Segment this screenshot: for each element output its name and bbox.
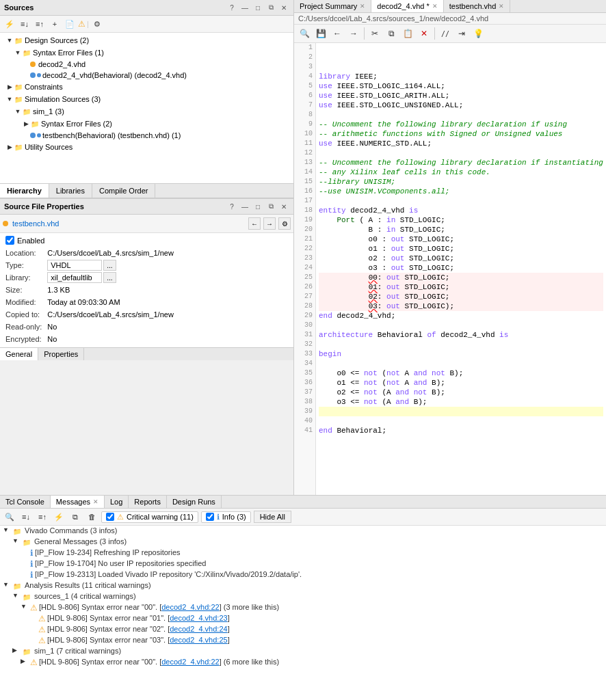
- settings-btn[interactable]: ⚙: [90, 17, 104, 31]
- editor-search-btn[interactable]: 🔍: [297, 26, 312, 41]
- sources-close-icon[interactable]: ✕: [278, 2, 289, 13]
- msg-ip-flow-1-text: [IP_Flow 19-234] Refreshing IP repositor…: [35, 548, 603, 556]
- editor-cut-btn[interactable]: ✂: [367, 26, 382, 41]
- tab-hierarchy[interactable]: Hierarchy: [0, 184, 49, 198]
- file-btn[interactable]: 📄: [63, 17, 77, 31]
- msg-expand-general[interactable]: ▼: [12, 537, 21, 544]
- tab-libraries[interactable]: Libraries: [49, 184, 92, 198]
- sfp-settings-btn[interactable]: ⚙: [278, 217, 291, 230]
- collapse-all-btn[interactable]: ≡↑: [33, 17, 47, 31]
- sources-maximize-icon[interactable]: □: [252, 2, 263, 13]
- folder-icon-analysis: 📁: [12, 581, 22, 591]
- editor-tab-decod2-4-vhd[interactable]: decod2_4.vhd * ✕: [371, 0, 443, 12]
- editor-paste-btn[interactable]: 📋: [400, 26, 415, 41]
- msg-expand-hdl-806-00[interactable]: ▼: [21, 603, 29, 610]
- tab-compile-order[interactable]: Compile Order: [92, 184, 156, 198]
- sources-float-icon[interactable]: ⧉: [265, 2, 276, 13]
- sfp-back-btn[interactable]: ←: [248, 217, 261, 230]
- console-expand-btn[interactable]: ≡↓: [19, 510, 33, 524]
- console-info-checkbox[interactable]: [206, 513, 214, 521]
- sfp-library-input[interactable]: [47, 272, 102, 283]
- add-source-btn[interactable]: +: [48, 17, 62, 31]
- msg-expand-vivado[interactable]: ▼: [3, 526, 11, 533]
- code-line-38: o3 <= not (A and B);: [319, 397, 603, 407]
- editor-copy-btn[interactable]: ⧉: [384, 26, 399, 41]
- msg-warn-icon-3: ⚠: [38, 625, 46, 634]
- expand-sim-1[interactable]: ▼: [14, 108, 22, 115]
- console-filter-btn[interactable]: ⚡: [52, 510, 66, 524]
- sfp-close-icon[interactable]: ✕: [278, 201, 289, 212]
- code-area[interactable]: 1 2 3 4 5 6 7 8 9 10 11 12 13 14 15 16 1: [294, 43, 606, 495]
- kw-not-3: not: [432, 368, 445, 378]
- msg-hdl-806-01-link[interactable]: decod2_4.vhd:23: [170, 614, 227, 622]
- msg-hdl-806-00-link[interactable]: decod2_4.vhd:22: [161, 603, 219, 611]
- left-panel: Sources ? — □ ⧉ ✕ ⚡ ≡↓ ≡↑ + 📄: [0, 0, 294, 495]
- console-tab-design-runs[interactable]: Design Runs: [167, 496, 222, 508]
- expand-all-btn[interactable]: ≡↓: [18, 17, 31, 31]
- msg-hdl-806-03-link[interactable]: decod2_4.vhd:25: [170, 636, 227, 644]
- sfp-enabled-checkbox[interactable]: [5, 236, 14, 245]
- msg-expand-analysis[interactable]: ▼: [3, 581, 11, 588]
- testbench-label: testbench(Behavioral) (testbench.vhd) (1…: [42, 131, 181, 139]
- console-warning-checkbox[interactable]: [106, 513, 114, 521]
- console-search-btn[interactable]: 🔍: [3, 510, 16, 524]
- editor-comment-btn[interactable]: //: [438, 26, 453, 41]
- sfp-size-value: 1.3 KB: [47, 284, 288, 295]
- filter-btn[interactable]: ⚡: [3, 17, 16, 31]
- console-tab-messages-close[interactable]: ✕: [93, 498, 98, 505]
- code-line-8: [319, 110, 603, 120]
- editor-tab-project-summary-close[interactable]: ✕: [360, 3, 365, 10]
- sfp-question-icon[interactable]: ?: [226, 201, 237, 212]
- sfp-tab-general[interactable]: General: [0, 348, 38, 360]
- msg-expand-hdl-806-sim[interactable]: ▶: [21, 658, 29, 664]
- sources-question-icon[interactable]: ?: [226, 2, 237, 13]
- msg-hdl-806-02-link[interactable]: decod2_4.vhd:24: [170, 625, 227, 633]
- console-tab-reports[interactable]: Reports: [129, 496, 167, 508]
- sources-minimize-icon[interactable]: —: [239, 2, 250, 13]
- sfp-type-browse-btn[interactable]: ...: [103, 260, 116, 271]
- editor-delete-btn[interactable]: ✕: [417, 26, 432, 41]
- editor-save-btn[interactable]: 💾: [313, 26, 328, 41]
- expand-syntax-error-files-2[interactable]: ▶: [22, 120, 30, 127]
- console-copy-btn[interactable]: ⧉: [68, 510, 82, 524]
- editor-forward-btn[interactable]: →: [346, 26, 361, 41]
- sources-toolbar: ⚡ ≡↓ ≡↑ + 📄 ⚠ | ⚙: [0, 16, 293, 33]
- kw-not-8: not: [364, 397, 378, 407]
- editor-back-btn[interactable]: ←: [330, 26, 345, 41]
- kw-library: library: [319, 72, 350, 81]
- console-delete-btn[interactable]: 🗑: [85, 510, 98, 524]
- msg-hdl-806-sim-link[interactable]: decod2_4.vhd:22: [161, 658, 219, 666]
- expand-utility-sources[interactable]: ▶: [5, 144, 14, 150]
- editor-info-btn[interactable]: 💡: [471, 26, 486, 41]
- dot-blue-small-testbench: [37, 133, 41, 137]
- kw-end-2: end: [319, 426, 332, 435]
- expand-simulation-sources[interactable]: ▼: [5, 96, 14, 103]
- msg-hdl-806-03: ⚠ [HDL 9-806] Syntax error near "03". [d…: [0, 635, 606, 646]
- code-content[interactable]: library IEEE; use IEEE.STD_LOGIC_1164.AL…: [316, 43, 606, 495]
- sfp-forward-btn[interactable]: →: [263, 217, 276, 230]
- expand-design-sources[interactable]: ▼: [5, 37, 14, 44]
- editor-tab-project-summary[interactable]: Project Summary ✕: [294, 0, 371, 12]
- sfp-float-icon[interactable]: ⧉: [265, 201, 276, 212]
- msg-expand-sim-1-group[interactable]: ▶: [12, 647, 21, 654]
- sfp-type-input[interactable]: [47, 260, 102, 271]
- expand-syntax-error-files[interactable]: ▼: [14, 49, 22, 56]
- sfp-library-browse-btn[interactable]: ...: [103, 272, 116, 283]
- msg-expand-sources-1[interactable]: ▼: [12, 592, 21, 599]
- editor-tab-testbench-close[interactable]: ✕: [499, 3, 504, 10]
- sfp-maximize-icon[interactable]: □: [252, 201, 263, 212]
- folder-icon-simulation: 📁: [14, 94, 23, 104]
- console-tab-messages[interactable]: Messages ✕: [51, 496, 105, 508]
- editor-indent-btn[interactable]: ⇥: [454, 26, 469, 41]
- console-collapse-btn[interactable]: ≡↑: [36, 510, 49, 524]
- console-tab-tcl[interactable]: Tcl Console: [0, 496, 51, 508]
- console-tab-log[interactable]: Log: [105, 496, 129, 508]
- expand-constraints[interactable]: ▶: [5, 83, 14, 90]
- hide-all-btn[interactable]: Hide All: [254, 511, 291, 523]
- editor-tab-testbench[interactable]: testbench.vhd ✕: [444, 0, 511, 12]
- code-line-30: [319, 321, 603, 330]
- editor-tab-decod2-4-vhd-close[interactable]: ✕: [432, 3, 438, 10]
- sfp-minimize-icon[interactable]: —: [239, 201, 250, 212]
- sfp-tab-properties[interactable]: Properties: [38, 348, 84, 360]
- kw-in-2: in: [386, 225, 395, 234]
